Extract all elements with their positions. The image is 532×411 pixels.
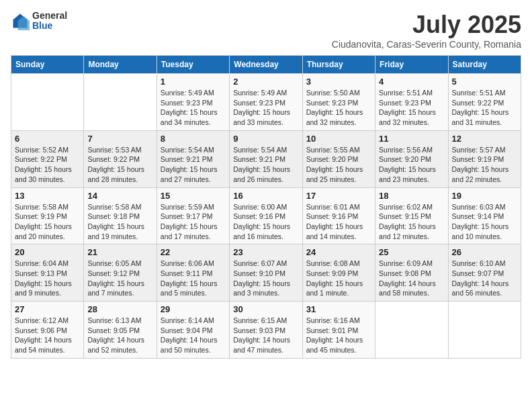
weekday-header: Tuesday bbox=[157, 56, 229, 74]
calendar-day-cell: 24 Sunrise: 6:08 AM Sunset: 9:09 PM Dayl… bbox=[302, 244, 375, 302]
sunrise-text: Sunrise: 6:04 AM bbox=[15, 259, 69, 267]
sunset-text: Sunset: 9:16 PM bbox=[306, 212, 359, 220]
sunrise-text: Sunrise: 6:06 AM bbox=[161, 259, 214, 267]
daylight-text: Daylight: 14 hours and 45 minutes. bbox=[306, 336, 363, 354]
sunrise-text: Sunrise: 6:05 AM bbox=[87, 259, 141, 267]
sunrise-text: Sunrise: 5:54 AM bbox=[161, 146, 214, 154]
calendar-day-cell: 5 Sunrise: 5:51 AM Sunset: 9:22 PM Dayli… bbox=[448, 74, 521, 131]
calendar-day-cell: 19 Sunrise: 6:03 AM Sunset: 9:14 PM Dayl… bbox=[448, 187, 521, 244]
sunrise-text: Sunrise: 5:57 AM bbox=[452, 146, 506, 154]
sunrise-text: Sunrise: 5:59 AM bbox=[161, 203, 214, 211]
daylight-text: Daylight: 14 hours and 58 minutes. bbox=[379, 279, 436, 298]
daylight-text: Daylight: 15 hours and 5 minutes. bbox=[161, 279, 218, 298]
day-number: 4 bbox=[379, 77, 444, 87]
calendar-day-cell bbox=[375, 302, 448, 359]
day-info: Sunrise: 6:07 AM Sunset: 9:10 PM Dayligh… bbox=[233, 259, 298, 298]
day-info: Sunrise: 6:06 AM Sunset: 9:11 PM Dayligh… bbox=[161, 259, 226, 298]
sunset-text: Sunset: 9:23 PM bbox=[379, 99, 431, 107]
day-info: Sunrise: 6:08 AM Sunset: 9:09 PM Dayligh… bbox=[306, 259, 371, 298]
sunset-text: Sunset: 9:19 PM bbox=[15, 212, 67, 220]
calendar-day-cell bbox=[84, 74, 157, 131]
calendar-header-row: SundayMondayTuesdayWednesdayThursdayFrid… bbox=[11, 56, 521, 74]
calendar-day-cell: 3 Sunrise: 5:50 AM Sunset: 9:23 PM Dayli… bbox=[302, 74, 375, 131]
calendar-day-cell: 30 Sunrise: 6:15 AM Sunset: 9:03 PM Dayl… bbox=[230, 302, 302, 359]
sunrise-text: Sunrise: 6:08 AM bbox=[306, 259, 360, 267]
day-number: 2 bbox=[233, 77, 298, 87]
daylight-text: Daylight: 15 hours and 16 minutes. bbox=[233, 222, 290, 240]
sunrise-text: Sunrise: 5:51 AM bbox=[379, 89, 433, 97]
day-number: 27 bbox=[15, 304, 80, 314]
sunset-text: Sunset: 9:18 PM bbox=[87, 212, 140, 220]
sunset-text: Sunset: 9:04 PM bbox=[161, 326, 213, 334]
sunrise-text: Sunrise: 5:51 AM bbox=[452, 89, 506, 97]
calendar-day-cell: 18 Sunrise: 6:02 AM Sunset: 9:15 PM Dayl… bbox=[375, 187, 448, 244]
day-number: 12 bbox=[452, 134, 517, 144]
calendar-day-cell: 20 Sunrise: 6:04 AM Sunset: 9:13 PM Dayl… bbox=[11, 244, 84, 302]
sunrise-text: Sunrise: 5:58 AM bbox=[87, 203, 141, 211]
day-info: Sunrise: 6:03 AM Sunset: 9:14 PM Dayligh… bbox=[452, 202, 517, 242]
calendar-day-cell: 26 Sunrise: 6:10 AM Sunset: 9:07 PM Dayl… bbox=[448, 244, 521, 302]
sunset-text: Sunset: 9:10 PM bbox=[233, 269, 285, 277]
sunset-text: Sunset: 9:05 PM bbox=[87, 326, 140, 334]
day-number: 6 bbox=[15, 134, 80, 144]
sunrise-text: Sunrise: 6:00 AM bbox=[233, 203, 287, 211]
day-number: 8 bbox=[161, 134, 226, 144]
daylight-text: Daylight: 14 hours and 54 minutes. bbox=[15, 336, 72, 354]
sunset-text: Sunset: 9:07 PM bbox=[452, 269, 504, 277]
logo-text: General Blue bbox=[32, 11, 67, 32]
daylight-text: Daylight: 15 hours and 14 minutes. bbox=[306, 222, 363, 240]
calendar-day-cell: 10 Sunrise: 5:55 AM Sunset: 9:20 PM Dayl… bbox=[302, 130, 375, 187]
calendar-week-row: 13 Sunrise: 5:58 AM Sunset: 9:19 PM Dayl… bbox=[11, 187, 521, 244]
sunrise-text: Sunrise: 5:52 AM bbox=[15, 146, 69, 154]
day-number: 5 bbox=[452, 77, 517, 87]
day-info: Sunrise: 5:58 AM Sunset: 9:19 PM Dayligh… bbox=[15, 202, 80, 242]
calendar-day-cell: 21 Sunrise: 6:05 AM Sunset: 9:12 PM Dayl… bbox=[84, 244, 157, 302]
day-info: Sunrise: 6:13 AM Sunset: 9:05 PM Dayligh… bbox=[87, 316, 152, 355]
daylight-text: Daylight: 15 hours and 23 minutes. bbox=[379, 165, 436, 183]
sunrise-text: Sunrise: 6:03 AM bbox=[452, 203, 506, 211]
sunset-text: Sunset: 9:22 PM bbox=[87, 155, 140, 163]
sunset-text: Sunset: 9:21 PM bbox=[161, 155, 213, 163]
sunset-text: Sunset: 9:06 PM bbox=[15, 326, 67, 334]
day-info: Sunrise: 5:59 AM Sunset: 9:17 PM Dayligh… bbox=[161, 202, 226, 242]
calendar-day-cell: 31 Sunrise: 6:16 AM Sunset: 9:01 PM Dayl… bbox=[302, 302, 375, 359]
sunrise-text: Sunrise: 6:09 AM bbox=[379, 259, 433, 267]
day-info: Sunrise: 6:02 AM Sunset: 9:15 PM Dayligh… bbox=[379, 202, 444, 242]
calendar-day-cell: 13 Sunrise: 5:58 AM Sunset: 9:19 PM Dayl… bbox=[11, 187, 84, 244]
day-number: 23 bbox=[233, 247, 298, 257]
day-info: Sunrise: 6:15 AM Sunset: 9:03 PM Dayligh… bbox=[233, 316, 298, 355]
day-number: 9 bbox=[233, 134, 298, 144]
daylight-text: Daylight: 14 hours and 56 minutes. bbox=[452, 279, 509, 298]
sunset-text: Sunset: 9:08 PM bbox=[379, 269, 431, 277]
day-info: Sunrise: 5:57 AM Sunset: 9:19 PM Dayligh… bbox=[452, 145, 517, 185]
day-number: 30 bbox=[233, 304, 298, 314]
daylight-text: Daylight: 15 hours and 34 minutes. bbox=[161, 108, 218, 126]
day-number: 24 bbox=[306, 247, 371, 257]
day-info: Sunrise: 5:54 AM Sunset: 9:21 PM Dayligh… bbox=[233, 145, 298, 185]
day-info: Sunrise: 6:14 AM Sunset: 9:04 PM Dayligh… bbox=[161, 316, 226, 355]
logo-blue: Blue bbox=[32, 21, 67, 31]
logo: General Blue bbox=[11, 11, 67, 32]
daylight-text: Daylight: 15 hours and 26 minutes. bbox=[233, 165, 290, 183]
calendar-day-cell: 17 Sunrise: 6:01 AM Sunset: 9:16 PM Dayl… bbox=[302, 187, 375, 244]
sunrise-text: Sunrise: 6:02 AM bbox=[379, 203, 433, 211]
day-info: Sunrise: 6:09 AM Sunset: 9:08 PM Dayligh… bbox=[379, 259, 444, 298]
day-number: 17 bbox=[306, 191, 371, 201]
day-info: Sunrise: 6:01 AM Sunset: 9:16 PM Dayligh… bbox=[306, 202, 371, 242]
day-number: 31 bbox=[306, 304, 371, 314]
day-number: 25 bbox=[379, 247, 444, 257]
calendar-week-row: 27 Sunrise: 6:12 AM Sunset: 9:06 PM Dayl… bbox=[11, 302, 521, 359]
day-number: 11 bbox=[379, 134, 444, 144]
sunrise-text: Sunrise: 5:58 AM bbox=[15, 203, 69, 211]
day-number: 21 bbox=[87, 247, 152, 257]
sunrise-text: Sunrise: 5:55 AM bbox=[306, 146, 360, 154]
day-number: 19 bbox=[452, 191, 517, 201]
daylight-text: Daylight: 15 hours and 31 minutes. bbox=[452, 108, 509, 126]
daylight-text: Daylight: 15 hours and 20 minutes. bbox=[15, 222, 72, 240]
calendar-day-cell: 16 Sunrise: 6:00 AM Sunset: 9:16 PM Dayl… bbox=[230, 187, 302, 244]
sunrise-text: Sunrise: 6:15 AM bbox=[233, 316, 287, 324]
daylight-text: Daylight: 15 hours and 30 minutes. bbox=[15, 165, 72, 183]
sunset-text: Sunset: 9:09 PM bbox=[306, 269, 359, 277]
day-number: 16 bbox=[233, 191, 298, 201]
daylight-text: Daylight: 15 hours and 32 minutes. bbox=[306, 108, 363, 126]
